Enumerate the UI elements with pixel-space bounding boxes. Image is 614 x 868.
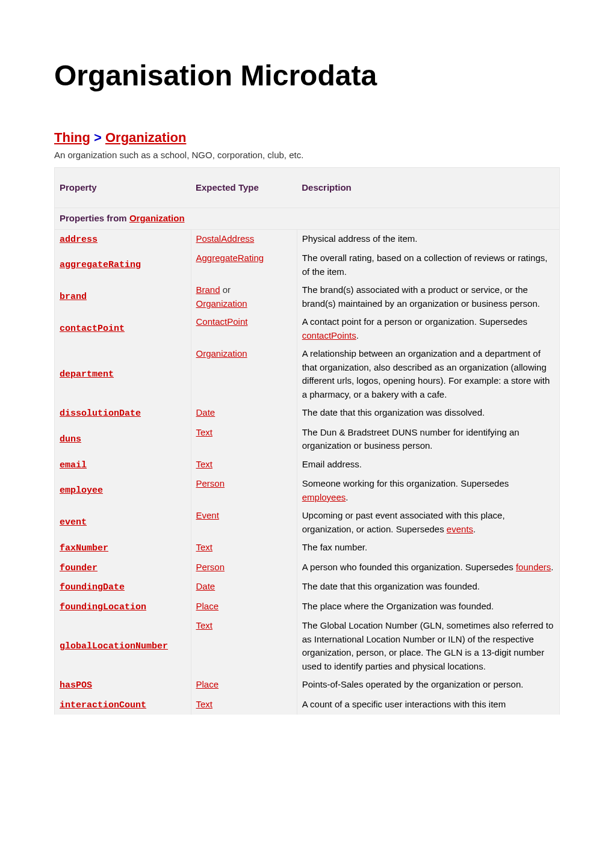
description-cell: A count of a specific user interactions … <box>297 695 559 715</box>
breadcrumb: Thing > Organization <box>54 128 560 147</box>
type-link[interactable]: Date <box>196 407 216 417</box>
type-or-separator: or <box>220 285 231 295</box>
property-link[interactable]: foundingDate <box>60 582 125 593</box>
desc-link[interactable]: contactPoints <box>302 330 356 340</box>
description-cell: A relationship between an organization a… <box>297 345 559 404</box>
properties-table: Property Expected Type Description Prope… <box>54 167 560 715</box>
type-link[interactable]: Text <box>196 542 213 552</box>
type-link[interactable]: Person <box>196 562 225 572</box>
table-row: dunsTextThe Dun & Bradstreet DUNS number… <box>55 423 560 455</box>
property-link[interactable]: foundingLocation <box>60 602 146 612</box>
desc-link[interactable]: founders <box>516 562 551 572</box>
table-row: foundingDateDateThe date that this organ… <box>55 577 560 597</box>
table-row: emailTextEmail address. <box>55 455 560 475</box>
expected-type-cell: Text <box>191 455 297 475</box>
property-link[interactable]: globalLocationNumber <box>60 641 168 651</box>
property-link[interactable]: brand <box>60 292 87 302</box>
expected-type-cell: Date <box>191 577 297 597</box>
expected-type-cell: Event <box>191 506 297 538</box>
property-cell: department <box>55 345 191 404</box>
desc-link[interactable]: events <box>447 524 473 534</box>
breadcrumb-separator: > <box>90 130 105 145</box>
table-row: eventEventUpcoming or past event associa… <box>55 506 560 538</box>
expected-type-cell: Organization <box>191 345 297 404</box>
expected-type-cell: Person <box>191 475 297 506</box>
table-row: brandBrand or OrganizationThe brand(s) a… <box>55 281 560 313</box>
type-link[interactable]: Date <box>196 581 216 591</box>
table-row: faxNumberTextThe fax number. <box>55 538 560 558</box>
description-cell: A person who founded this organization. … <box>297 558 559 578</box>
breadcrumb-organization-link[interactable]: Organization <box>105 130 186 145</box>
property-cell: aggregateRating <box>55 249 191 281</box>
section-prefix: Properties from <box>60 213 129 223</box>
type-link[interactable]: PostalAddress <box>196 233 255 244</box>
description-cell: The overall rating, based on a collectio… <box>297 249 559 281</box>
property-cell: employee <box>55 475 191 506</box>
col-header-expected-type: Expected Type <box>191 167 297 208</box>
table-row: aggregateRatingAggregateRatingThe overal… <box>55 249 560 281</box>
expected-type-cell: Text <box>191 538 297 558</box>
description-cell: The brand(s) associated with a product o… <box>297 281 559 313</box>
property-link[interactable]: founder <box>60 563 98 573</box>
property-link[interactable]: interactionCount <box>60 700 146 710</box>
property-cell: brand <box>55 281 191 313</box>
expected-type-cell: Place <box>191 676 297 695</box>
type-link[interactable]: Event <box>196 510 219 520</box>
property-cell: event <box>55 506 191 538</box>
breadcrumb-thing-link[interactable]: Thing <box>54 130 90 145</box>
section-link[interactable]: Organization <box>129 213 185 223</box>
property-cell: contactPoint <box>55 313 191 345</box>
expected-type-cell: Date <box>191 404 297 423</box>
property-link[interactable]: address <box>60 235 98 245</box>
page-title: Organisation Microdata <box>54 54 560 97</box>
property-cell: founder <box>55 558 191 578</box>
type-link[interactable]: Place <box>196 601 219 611</box>
table-row: interactionCountTextA count of a specifi… <box>55 695 560 715</box>
description-cell: A contact point for a person or organiza… <box>297 313 559 345</box>
type-link[interactable]: Person <box>196 478 225 488</box>
type-link[interactable]: Text <box>196 699 213 709</box>
table-row: hasPOSPlacePoints-of-Sales operated by t… <box>55 676 560 695</box>
property-cell: duns <box>55 423 191 455</box>
property-link[interactable]: aggregateRating <box>60 260 141 270</box>
table-row: departmentOrganizationA relationship bet… <box>55 345 560 404</box>
property-link[interactable]: employee <box>60 485 103 496</box>
type-link[interactable]: ContactPoint <box>196 316 248 327</box>
type-link[interactable]: Brand <box>196 285 220 295</box>
property-link[interactable]: email <box>60 460 87 470</box>
property-cell: faxNumber <box>55 538 191 558</box>
description-cell: The Dun & Bradstreet DUNS number for ide… <box>297 423 559 455</box>
property-link[interactable]: hasPOS <box>60 680 92 691</box>
property-link[interactable]: event <box>60 517 87 528</box>
type-link[interactable]: Text <box>196 427 213 437</box>
property-link[interactable]: duns <box>60 434 81 445</box>
expected-type-cell: AggregateRating <box>191 249 297 281</box>
property-link[interactable]: contactPoint <box>60 324 125 334</box>
subtitle: An organization such as a school, NGO, c… <box>54 149 560 162</box>
description-cell: The Global Location Number (GLN, sometim… <box>297 617 559 676</box>
description-cell: Physical address of the item. <box>297 229 559 249</box>
property-link[interactable]: faxNumber <box>60 543 108 553</box>
col-header-property: Property <box>55 167 191 208</box>
property-cell: hasPOS <box>55 676 191 695</box>
description-cell: The date that this organization was foun… <box>297 577 559 597</box>
col-header-description: Description <box>297 167 559 208</box>
type-link[interactable]: Organization <box>196 348 247 359</box>
type-link[interactable]: Organization <box>196 298 247 309</box>
type-link[interactable]: Text <box>196 620 213 630</box>
type-link[interactable]: Place <box>196 679 219 689</box>
expected-type-cell: Place <box>191 597 297 617</box>
type-link[interactable]: AggregateRating <box>196 253 264 263</box>
table-row: contactPointContactPointA contact point … <box>55 313 560 345</box>
property-cell: email <box>55 455 191 475</box>
description-cell: Email address. <box>297 455 559 475</box>
property-cell: interactionCount <box>55 695 191 715</box>
property-link[interactable]: dissolutionDate <box>60 408 141 419</box>
description-cell: The date that this organization was diss… <box>297 404 559 423</box>
type-link[interactable]: Text <box>196 459 213 469</box>
property-link[interactable]: department <box>60 369 114 380</box>
section-header: Properties from Organization <box>55 208 560 230</box>
table-row: employeePersonSomeone working for this o… <box>55 475 560 506</box>
table-row: globalLocationNumberTextThe Global Locat… <box>55 617 560 676</box>
desc-link[interactable]: employees <box>302 492 346 502</box>
